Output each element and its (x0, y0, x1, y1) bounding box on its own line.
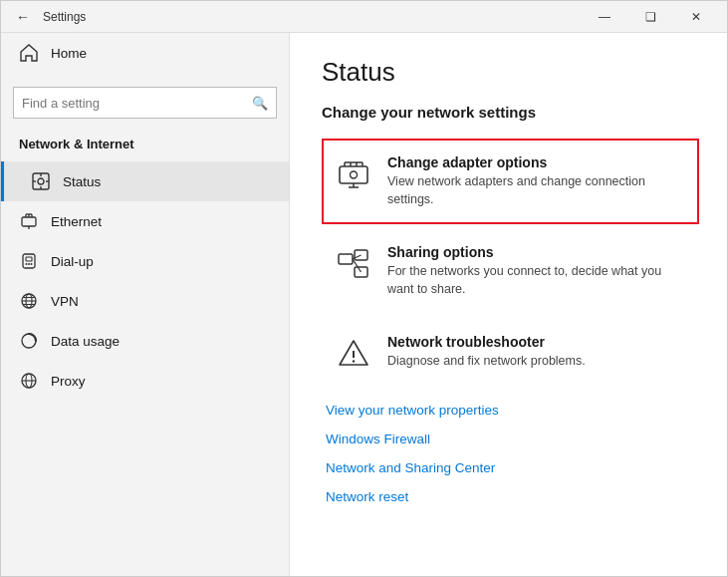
page-title: Status (322, 57, 699, 88)
windows-firewall-link[interactable]: Windows Firewall (326, 425, 699, 453)
troubleshooter-desc: Diagnose and fix network problems. (387, 353, 586, 371)
dialup-icon (19, 251, 39, 271)
sidebar-item-vpn[interactable]: VPN (1, 281, 289, 321)
home-label: Home (51, 46, 87, 61)
troubleshooter-text: Network troubleshooter Diagnose and fix … (387, 334, 586, 371)
close-button[interactable]: ✕ (673, 1, 719, 33)
svg-rect-35 (339, 254, 353, 264)
settings-window: ← Settings — ❑ ✕ Home 🔍 (0, 0, 728, 577)
back-button[interactable]: ← (9, 3, 37, 31)
datausage-label: Data usage (51, 334, 120, 349)
datausage-icon (19, 331, 39, 351)
search-icon: 🔍 (252, 96, 268, 111)
home-icon (19, 43, 39, 63)
window-title: Settings (37, 10, 582, 24)
svg-point-42 (353, 360, 355, 362)
view-network-properties-link[interactable]: View your network properties (326, 396, 699, 425)
sidebar-section-title: Network & Internet (1, 129, 289, 161)
content-area: Home 🔍 Network & Internet (1, 33, 727, 576)
sharing-options-desc: For the networks you connect to, decide … (387, 263, 685, 298)
window-controls: — ❑ ✕ (582, 1, 719, 33)
svg-point-14 (26, 263, 28, 265)
status-label: Status (63, 174, 101, 189)
page-subtitle: Change your network settings (322, 104, 699, 121)
change-adapter-title: Change adapter options (387, 154, 685, 170)
search-box[interactable]: 🔍 (13, 87, 277, 119)
maximize-button[interactable]: ❑ (627, 1, 673, 33)
adapter-icon (336, 156, 371, 192)
sidebar-item-data-usage[interactable]: Data usage (1, 321, 289, 361)
minimize-button[interactable]: — (582, 1, 627, 33)
sidebar-item-ethernet[interactable]: Ethernet (1, 201, 289, 241)
sidebar-item-home[interactable]: Home (1, 33, 289, 73)
sharing-options-title: Sharing options (387, 244, 685, 260)
sidebar-item-dialup[interactable]: Dial-up (1, 241, 289, 281)
sharing-options-card[interactable]: Sharing options For the networks you con… (322, 228, 699, 314)
change-adapter-card[interactable]: Change adapter options View network adap… (322, 139, 699, 224)
sidebar-item-status[interactable]: Status (1, 161, 289, 201)
network-sharing-center-link[interactable]: Network and Sharing Center (326, 453, 699, 482)
status-icon (31, 171, 51, 191)
svg-point-16 (31, 263, 33, 265)
vpn-label: VPN (51, 294, 79, 309)
svg-point-34 (351, 171, 358, 178)
troubleshooter-title: Network troubleshooter (387, 334, 586, 350)
svg-rect-6 (22, 217, 36, 226)
titlebar: ← Settings — ❑ ✕ (1, 1, 727, 33)
sidebar-item-proxy[interactable]: Proxy (1, 361, 289, 401)
ethernet-label: Ethernet (51, 214, 102, 229)
proxy-label: Proxy (51, 374, 86, 389)
change-adapter-desc: View network adapters and change connect… (387, 173, 685, 208)
vpn-icon (19, 291, 39, 311)
network-reset-link[interactable]: Network reset (326, 482, 699, 511)
sharing-icon (336, 246, 371, 282)
svg-point-15 (28, 263, 30, 265)
svg-rect-26 (340, 166, 367, 183)
svg-point-1 (38, 178, 44, 184)
change-adapter-text: Change adapter options View network adap… (387, 154, 685, 208)
troubleshooter-icon (336, 336, 371, 372)
sharing-options-text: Sharing options For the networks you con… (387, 244, 685, 298)
svg-rect-13 (26, 257, 32, 261)
ethernet-icon (19, 211, 39, 231)
main-content: Status Change your network settings (290, 33, 727, 576)
troubleshooter-card[interactable]: Network troubleshooter Diagnose and fix … (322, 318, 699, 388)
proxy-icon (19, 371, 39, 391)
dialup-label: Dial-up (51, 254, 94, 269)
search-input[interactable] (22, 96, 252, 111)
sidebar: Home 🔍 Network & Internet (1, 33, 290, 576)
links-section: View your network properties Windows Fir… (322, 396, 699, 511)
